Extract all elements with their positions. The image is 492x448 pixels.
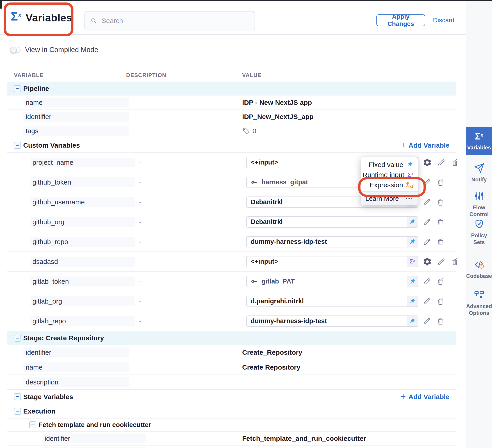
delete-trash-icon[interactable] — [436, 218, 445, 226]
collapse-icon[interactable] — [14, 85, 21, 92]
edit-pencil-icon[interactable] — [437, 158, 446, 167]
variable-name: project_name — [32, 159, 73, 166]
window-edge-notch — [0, 1, 2, 9]
value-type-selector[interactable] — [407, 217, 418, 227]
variable-value: IDP_New_NextJS_app — [242, 113, 314, 121]
apply-changes-button[interactable]: Apply Changes — [376, 14, 425, 26]
pin-icon — [409, 219, 416, 225]
value-input[interactable]: dummy-harness-idp-test — [246, 236, 418, 247]
table-row: gitlab_token-gitlab_PAT — [7, 271, 456, 291]
table-row: nameIDP - New NextJS app — [7, 95, 456, 110]
variable-name-pill: description — [23, 377, 129, 387]
variable-name: gitlab_org — [32, 297, 62, 305]
edit-pencil-icon[interactable] — [423, 297, 431, 306]
section-row: Stage Variables+Add Variable — [7, 390, 456, 404]
variable-name-pill: name — [23, 362, 129, 372]
search-box[interactable] — [84, 11, 255, 31]
table-row: tags0 — [7, 124, 456, 138]
row-actions — [423, 158, 459, 167]
collapse-icon[interactable] — [14, 393, 21, 400]
add-variable-button[interactable]: +Add Variable — [400, 393, 450, 401]
variables-sigma-icon: Σx — [11, 10, 21, 22]
edit-pencil-icon[interactable] — [423, 198, 431, 207]
settings-gear-icon[interactable] — [423, 257, 432, 266]
flow-control-icon — [474, 191, 484, 201]
table-row: dsadasd-<+input>Σx — [7, 252, 456, 271]
search-input[interactable] — [101, 17, 249, 25]
edit-pencil-icon[interactable] — [423, 317, 431, 325]
edit-pencil-icon[interactable] — [423, 218, 431, 226]
delete-trash-icon[interactable] — [436, 317, 445, 325]
rail-tab-flow-control[interactable]: Flow Control — [466, 191, 492, 218]
rail-tab-variables[interactable]: ΣxVariables — [466, 127, 492, 155]
collapse-icon[interactable] — [29, 421, 36, 428]
compiled-mode-toggle-row: View in Compiled Mode — [10, 46, 98, 54]
table-row: identifierFetch_template_and_run_cookiec… — [7, 432, 456, 446]
delete-trash-icon[interactable] — [436, 297, 445, 306]
value-input[interactable]: <+input>Σx — [246, 256, 418, 267]
dropdown-item-expression[interactable]: Expressionf(x) — [361, 180, 418, 190]
value-input[interactable]: dummy-harness-idp-test — [246, 315, 418, 327]
edit-pencil-icon[interactable] — [423, 238, 431, 246]
delete-trash-icon[interactable] — [451, 257, 459, 266]
settings-gear-icon[interactable] — [423, 158, 432, 167]
value-type-selector[interactable] — [407, 276, 418, 287]
compiled-mode-toggle[interactable] — [10, 47, 20, 53]
row-actions — [423, 238, 445, 246]
dropdown-item-runtime-input[interactable]: Runtime inputΣx — [361, 170, 418, 180]
rail-tab-codebase[interactable]: Codebase — [466, 259, 492, 280]
row-actions — [423, 198, 445, 207]
variable-value: 0 — [242, 127, 256, 135]
value-type-dropdown: Fixed valueRuntime inputΣxExpressionf(x)… — [361, 157, 418, 205]
delete-trash-icon[interactable] — [436, 178, 445, 187]
ellipsis-icon[interactable] — [405, 195, 413, 203]
variable-name: github_repo — [32, 238, 68, 246]
plus-icon: + — [400, 140, 406, 149]
table-row: github_org-Debanitrkl — [7, 212, 456, 232]
value-type-selector[interactable] — [407, 237, 418, 247]
value-type-selector[interactable]: Σx — [407, 256, 418, 267]
variable-description: - — [139, 317, 142, 325]
edit-pencil-icon[interactable] — [423, 178, 431, 187]
delete-trash-icon[interactable] — [436, 277, 445, 286]
variable-description: - — [139, 198, 142, 206]
dropdown-item-fixed-value[interactable]: Fixed value — [361, 160, 418, 170]
pin-icon — [409, 318, 416, 324]
collapse-icon[interactable] — [14, 335, 21, 342]
policy-sets-icon — [474, 219, 484, 229]
learn-more-item[interactable]: Learn More — [361, 191, 418, 205]
compiled-mode-label: View in Compiled Mode — [25, 46, 98, 54]
delete-trash-icon[interactable] — [451, 158, 459, 167]
rail-tab-notify[interactable]: Notify — [466, 163, 492, 183]
value-input[interactable]: gitlab_PAT — [246, 276, 418, 287]
variable-description: - — [139, 178, 142, 186]
delete-trash-icon[interactable] — [436, 198, 445, 207]
value-type-selector[interactable] — [407, 296, 418, 306]
variable-value: Create Repository — [242, 364, 300, 371]
value-type-selector[interactable] — [407, 316, 418, 326]
discard-button[interactable]: Discard — [433, 14, 454, 26]
value-text: d.panigrahi.nitrkl — [247, 297, 407, 305]
section-row: Execution — [7, 404, 456, 418]
rail-tab-advanced-options[interactable]: Advanced Options — [466, 290, 492, 316]
value-input[interactable]: d.panigrahi.nitrkl — [246, 296, 418, 307]
variable-description: - — [139, 238, 142, 246]
edit-pencil-icon[interactable] — [423, 277, 431, 286]
variable-description: - — [139, 218, 142, 226]
variable-name-pill: github_token — [30, 177, 135, 187]
runtime-input-icon: Σx — [475, 132, 483, 141]
tag-icon — [242, 127, 250, 135]
variable-name: dsadasd — [32, 258, 58, 265]
panel-header: Σx Variables Apply Changes Discard — [0, 1, 466, 35]
collapse-icon[interactable] — [14, 408, 21, 415]
window-edge — [0, 0, 492, 1]
collapse-icon[interactable] — [14, 142, 21, 149]
variable-name-pill: identifier — [23, 347, 129, 357]
edit-pencil-icon[interactable] — [437, 257, 446, 266]
variable-name: github_token — [32, 178, 71, 186]
rail-tab-policy-sets[interactable]: Policy Sets — [466, 219, 492, 246]
section-label: Custom Variables — [23, 142, 80, 149]
delete-trash-icon[interactable] — [436, 238, 445, 246]
add-variable-button[interactable]: +Add Variable — [400, 141, 450, 149]
value-input[interactable]: Debanitrkl — [246, 216, 418, 228]
